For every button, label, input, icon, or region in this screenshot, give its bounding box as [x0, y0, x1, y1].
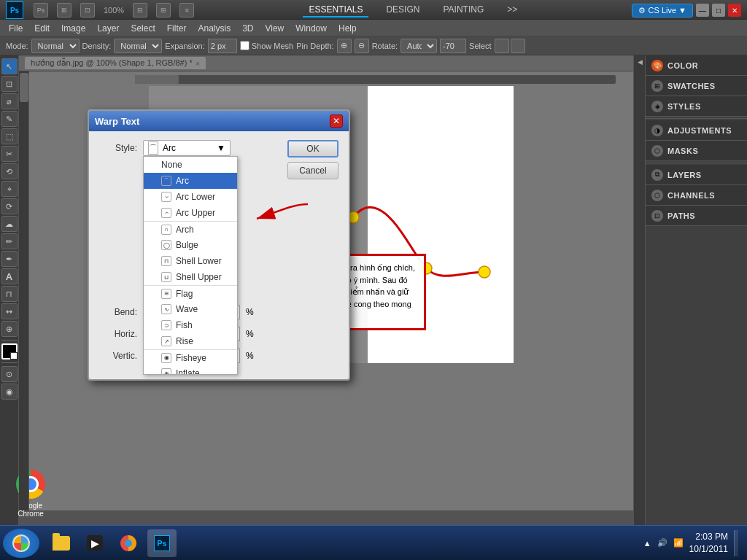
dropdown-inflate[interactable]: ⊕ Inflate: [144, 365, 237, 375]
dialog-overlay: Warp Text ✕ OK Cancel Style: ⌒ Arc: [0, 0, 747, 560]
taskbar-ps-icon[interactable]: Ps: [147, 529, 177, 557]
fisheye-icon: ◉: [161, 353, 171, 363]
taskbar-icons: ▶ Ps: [47, 529, 177, 557]
dropdown-rise[interactable]: ↗ Rise: [144, 333, 237, 349]
dropdown-rise-label: Rise: [176, 336, 193, 346]
warp-dialog-close-btn[interactable]: ✕: [330, 114, 343, 128]
dropdown-bulge-label: Bulge: [176, 240, 198, 250]
dropdown-inflate-label: Inflate: [176, 368, 200, 375]
tray-network[interactable]: 📶: [673, 538, 684, 548]
tray-show-desktop[interactable]: ▲: [643, 539, 651, 548]
arc-lower-icon: ⌣: [161, 192, 171, 202]
arc-upper-icon: ⌢: [161, 208, 171, 218]
dropdown-arc-upper[interactable]: ⌢ Arc Upper: [144, 205, 237, 221]
warp-dialog-titlebar: Warp Text ✕: [89, 111, 349, 131]
dropdown-flag[interactable]: ≋ Flag: [144, 285, 237, 301]
dropdown-none[interactable]: None: [144, 157, 237, 173]
dropdown-arc-label: Arc: [176, 176, 189, 186]
dropdown-bulge[interactable]: ◯ Bulge: [144, 237, 237, 253]
dropdown-fisheye[interactable]: ◉ Fisheye: [144, 349, 237, 365]
dropdown-fisheye-label: Fisheye: [176, 353, 206, 363]
style-label: Style:: [101, 143, 137, 153]
horizontal-label: Horiz.: [101, 329, 137, 339]
vertical-label: Vertic.: [101, 351, 137, 361]
warp-dialog: Warp Text ✕ OK Cancel Style: ⌒ Arc: [88, 109, 350, 381]
folder-icon: [53, 536, 70, 551]
style-dropdown-container: ⌒ Arc ▼ None ⌒ Arc: [143, 140, 231, 156]
dropdown-shell-upper-label: Shell Upper: [176, 272, 222, 282]
arc-icon: ⌒: [161, 176, 171, 186]
firefox-icon: [120, 535, 136, 551]
dropdown-arch[interactable]: ∩ Arch: [144, 221, 237, 237]
dropdown-none-label: None: [161, 160, 182, 170]
ok-button[interactable]: OK: [287, 140, 338, 158]
tray-volume[interactable]: 🔊: [657, 538, 667, 548]
dropdown-flag-label: Flag: [176, 289, 193, 299]
show-desktop-btn[interactable]: [734, 530, 738, 556]
horizontal-percent: %: [246, 329, 254, 339]
bend-percent: %: [246, 307, 254, 317]
desktop: Ps Ps ⊞ ⊡ 100% ⊟ ⊞ ≡ ESSENTIALS DESIGN P…: [0, 0, 747, 560]
shell-upper-icon: ⊔: [161, 272, 171, 282]
flag-icon: ≋: [161, 289, 171, 299]
clock-date: 10/1/2011: [689, 543, 728, 556]
dropdown-arc-upper-label: Arc Upper: [176, 208, 215, 218]
dropdown-arc[interactable]: ⌒ Arc: [144, 173, 237, 189]
dropdown-shell-lower[interactable]: ⊓ Shell Lower: [144, 253, 237, 269]
clock-time: 2:03 PM: [689, 531, 728, 543]
style-select[interactable]: ⌒ Arc ▼: [143, 140, 231, 156]
fish-icon: ⊃: [161, 320, 171, 330]
vertical-percent: %: [246, 351, 254, 361]
dropdown-fish[interactable]: ⊃ Fish: [144, 317, 237, 333]
start-button[interactable]: [3, 529, 39, 558]
style-select-value: Arc: [163, 143, 176, 153]
bulge-icon: ◯: [161, 240, 171, 250]
style-dropdown-list: None ⌒ Arc ⌣ Arc Lower ⌢: [143, 156, 238, 375]
taskbar-firefox-icon[interactable]: [114, 529, 143, 557]
dropdown-wave-label: Wave: [176, 304, 198, 314]
ps-taskbar-icon: Ps: [154, 535, 170, 551]
bend-label: Bend:: [101, 307, 137, 317]
dropdown-arch-label: Arch: [176, 225, 194, 235]
dropdown-arc-lower-label: Arc Lower: [176, 192, 215, 202]
system-tray: ▲ 🔊 📶 2:03 PM 10/1/2011: [638, 530, 744, 556]
taskbar: ▶ Ps ▲ 🔊 📶 2:03 PM 10/1/2011: [0, 525, 747, 560]
cancel-button[interactable]: Cancel: [287, 162, 338, 179]
arch-icon: ∩: [161, 225, 171, 235]
style-dropdown-arrow: ▼: [217, 143, 225, 153]
dialog-buttons: OK Cancel: [287, 140, 338, 179]
dropdown-shell-lower-label: Shell Lower: [176, 256, 222, 266]
media-icon: ▶: [87, 535, 103, 551]
start-icon: [12, 534, 30, 552]
system-clock[interactable]: 2:03 PM 10/1/2011: [689, 531, 728, 556]
dropdown-fish-label: Fish: [176, 320, 193, 330]
inflate-icon: ⊕: [161, 368, 171, 375]
taskbar-media-icon[interactable]: ▶: [80, 529, 109, 557]
wave-icon: ∿: [161, 304, 171, 314]
taskbar-folder-icon[interactable]: [47, 529, 76, 557]
shell-lower-icon: ⊓: [161, 256, 171, 266]
rise-icon: ↗: [161, 336, 171, 346]
warp-dialog-title-text: Warp Text: [95, 116, 139, 127]
warp-dialog-body: OK Cancel Style: ⌒ Arc ▼: [89, 131, 349, 379]
dropdown-shell-upper[interactable]: ⊔ Shell Upper: [144, 269, 237, 285]
dropdown-wave[interactable]: ∿ Wave: [144, 301, 237, 317]
dropdown-arc-lower[interactable]: ⌣ Arc Lower: [144, 189, 237, 205]
style-select-icon: ⌒: [148, 141, 158, 155]
